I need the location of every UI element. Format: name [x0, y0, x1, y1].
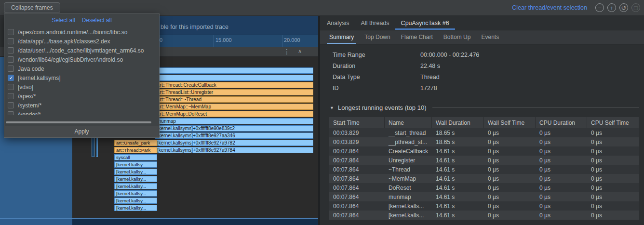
- summary-label: Time Range: [333, 52, 420, 58]
- cell-start-time: 00:07.864: [329, 146, 385, 156]
- cell-wall-self-time: 0 µs: [484, 165, 536, 174]
- analysis-subtab[interactable]: Flame Chart: [396, 30, 438, 44]
- collapse-frames-button[interactable]: Collapse frames: [4, 2, 60, 13]
- table-row[interactable]: 00:03.829 __start_thread 18.65 s 0 µs 0 …: [329, 128, 639, 137]
- checkbox-icon[interactable]: [8, 93, 14, 99]
- table-row[interactable]: 00:07.864 CreateCallback 14.61 s 0 µs 0 …: [329, 146, 639, 156]
- timeline-minimap[interactable]: [0, 218, 318, 225]
- column-header[interactable]: Wall Self Time: [484, 117, 536, 128]
- column-header[interactable]: Name: [385, 117, 432, 128]
- flame-bar[interactable]: [155, 67, 313, 74]
- flame-bar[interactable]: art::Thread::~Thread: [155, 96, 313, 103]
- flame-bar[interactable]: art::Unsafe_park: [114, 140, 157, 146]
- flame-bar[interactable]: art::MemMap::~MemMap: [155, 104, 313, 110]
- collapse-triangle-icon[interactable]: ▼: [330, 106, 334, 110]
- flame-bar-label: art::Thread::Park: [116, 147, 150, 153]
- summary-label: ID: [333, 85, 420, 92]
- section-rule: [432, 107, 640, 108]
- cell-wall-self-time: 0 µs: [484, 183, 536, 192]
- horizontal-scrollbar[interactable]: [6, 121, 158, 124]
- frame-filter-item[interactable]: /apex/*: [4, 92, 159, 101]
- summary-value: 17278: [420, 85, 437, 92]
- flame-bar[interactable]: [kernel.kallsyms]+0xffffff8e927aa346: [155, 132, 313, 139]
- checkbox-icon[interactable]: [8, 29, 14, 35]
- timeline-minimap-selection[interactable]: [0, 219, 72, 225]
- cell-start-time: 00:07.864: [329, 211, 385, 220]
- flame-bar[interactable]: [kernel.kallsyms]+0xffffff8e927a9782: [155, 140, 313, 146]
- column-header[interactable]: CPU Self Time: [587, 117, 639, 128]
- column-header[interactable]: CPU Duration: [536, 117, 587, 128]
- checkbox-icon[interactable]: [8, 66, 14, 72]
- zoom-to-selection-icon: □: [631, 3, 640, 12]
- select-all-link[interactable]: Select all: [52, 17, 75, 24]
- flame-bar[interactable]: [155, 75, 313, 81]
- collapse-chevron-icon[interactable]: ∧: [298, 48, 302, 54]
- flame-bar[interactable]: art::ThreadList::Unregister: [155, 89, 313, 95]
- table-row[interactable]: 00:07.864 munmap 14.61 s 0 µs 0 µs 0 µs: [329, 192, 639, 201]
- cell-cpu-duration: 0 µs: [536, 211, 587, 220]
- table-row[interactable]: 00:07.864 Unregister 14.61 s 0 µs 0 µs 0…: [329, 156, 639, 165]
- cell-cpu-duration: 0 µs: [536, 183, 587, 192]
- zoom-in-icon[interactable]: +: [607, 3, 616, 12]
- table-row[interactable]: 00:07.864 ~MemMap 14.61 s 0 µs 0 µs 0 µs: [329, 174, 639, 183]
- checkbox-icon[interactable]: [8, 111, 14, 115]
- column-header[interactable]: Wall Duration: [432, 117, 484, 128]
- cell-cpu-duration: 0 µs: [536, 192, 587, 201]
- frame-filter-item[interactable]: [kernel.kallsyms]: [4, 73, 159, 82]
- longest-events-section-header[interactable]: ▼ Longest running events (top 10): [330, 104, 639, 111]
- deselect-all-link[interactable]: Deselect all: [82, 17, 112, 24]
- flame-bar[interactable]: art::Thread::CreateCallback: [155, 82, 313, 88]
- frame-filter-item[interactable]: /data/user/.../code_cache/libjvmtiagent_…: [4, 46, 159, 55]
- flame-bar[interactable]: [kernel.kallsy...: [114, 161, 157, 168]
- analysis-subtab[interactable]: Top Down: [359, 30, 395, 44]
- table-row[interactable]: 00:07.864 ~Thread 14.61 s 0 µs 0 µs 0 µs: [329, 165, 639, 174]
- flame-bar[interactable]: [kernel.kallsy...: [114, 190, 157, 197]
- analysis-subtab[interactable]: Events: [476, 30, 504, 44]
- flame-bar[interactable]: munmap: [155, 118, 313, 124]
- flame-bar[interactable]: [kernel.kallsy...: [114, 183, 157, 189]
- cell-wall-duration: 14.61 s: [432, 192, 484, 201]
- frame-filter-item[interactable]: /system/*: [4, 101, 159, 110]
- flame-bar[interactable]: [kernel.kallsyms]+0xffffff8e927a9784: [155, 147, 313, 153]
- frame-filter-item[interactable]: /vendor/lib64/egl/eglSubDriverAndroid.so: [4, 55, 159, 64]
- frame-filter-item[interactable]: /apex/com.android.runtime/.../bionic/lib…: [4, 27, 159, 37]
- table-row[interactable]: 00:07.864 [kernel.kalls... 14.61 s 0 µs …: [329, 201, 639, 211]
- frame-filter-item[interactable]: [vdso]: [4, 82, 159, 92]
- analysis-tab[interactable]: CpuAsyncTask #6: [395, 16, 455, 30]
- frame-filter-item[interactable]: /data/app/.../base.apk!/classes2.dex: [4, 37, 159, 46]
- flame-bar[interactable]: [kernel.kallsy...: [114, 205, 157, 211]
- reset-zoom-icon[interactable]: ↺: [619, 3, 628, 12]
- column-header[interactable]: Start Time: [329, 117, 385, 128]
- analysis-subtab[interactable]: Bottom Up: [438, 30, 476, 44]
- frame-filter-item[interactable]: /vendor/*: [4, 110, 159, 115]
- clear-thread-event-selection-link[interactable]: Clear thread/event selection: [512, 4, 587, 11]
- checkbox-icon[interactable]: [8, 38, 14, 44]
- table-row[interactable]: 00:03.829 __pthread_st... 18.65 s 0 µs 0…: [329, 137, 639, 146]
- checkbox-icon[interactable]: [8, 47, 14, 53]
- scrollbar-thumb[interactable]: [6, 121, 151, 123]
- flame-bar-label: art::Thread::CreateCallback: [157, 82, 216, 88]
- table-row[interactable]: 00:07.864 DoReset 14.61 s 0 µs 0 µs 0 µs: [329, 183, 639, 192]
- table-row[interactable]: 00:07.864 [kernel.kalls... 14.61 s 0 µs …: [329, 211, 639, 220]
- checkbox-icon[interactable]: [8, 102, 14, 108]
- flame-bar[interactable]: [kernel.kallsy...: [114, 176, 157, 182]
- zoom-out-icon[interactable]: −: [595, 3, 604, 12]
- analysis-tab[interactable]: All threads: [355, 16, 395, 30]
- analysis-tab[interactable]: Analysis: [321, 16, 355, 30]
- analysis-subtab[interactable]: Summary: [324, 30, 359, 44]
- apply-button[interactable]: Apply: [5, 126, 159, 137]
- flame-bar-label: [kernel.kallsyms]+0xffffff8e927aa346: [157, 133, 235, 138]
- flame-bar[interactable]: art::Thread::Park: [114, 147, 157, 153]
- checkbox-icon[interactable]: [8, 75, 14, 81]
- frame-filter-item[interactable]: Java code: [4, 64, 159, 73]
- flame-bar[interactable]: [kernel.kallsy...: [114, 169, 157, 175]
- checkbox-icon[interactable]: [8, 84, 14, 90]
- flame-bar-label: art::ThreadList::Unregister: [157, 90, 213, 95]
- flame-bar[interactable]: syscall: [114, 154, 157, 160]
- more-options-icon[interactable]: ⋮: [283, 48, 290, 55]
- cell-name: __start_thread: [385, 128, 432, 137]
- checkbox-icon[interactable]: [8, 56, 14, 63]
- flame-bar[interactable]: art::MemMap::DoReset: [155, 111, 313, 117]
- flame-bar[interactable]: [kernel.kallsy...: [114, 198, 157, 204]
- flame-bar[interactable]: [kernel.kallsyms]+0xffffff8e90e839c2: [155, 125, 313, 132]
